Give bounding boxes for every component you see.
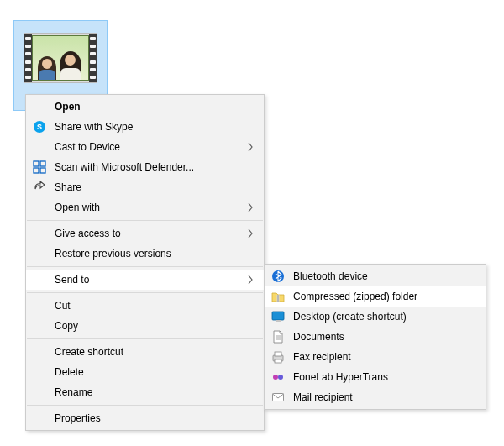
menu-delete[interactable]: Delete xyxy=(26,362,264,382)
svg-point-18 xyxy=(278,375,283,380)
menu-label: Restore previous versions xyxy=(55,248,239,260)
submenu-documents[interactable]: Documents xyxy=(265,327,486,347)
submenu-bluetooth[interactable]: Bluetooth device xyxy=(265,266,486,286)
menu-copy[interactable]: Copy xyxy=(26,316,264,336)
video-file-icon xyxy=(24,33,97,83)
documents-icon xyxy=(271,330,285,344)
chevron-right-icon xyxy=(247,202,254,213)
menu-share[interactable]: Share xyxy=(26,177,264,197)
svg-rect-2 xyxy=(34,161,39,166)
menu-cast-device[interactable]: Cast to Device xyxy=(26,137,264,157)
menu-restore-versions[interactable]: Restore previous versions xyxy=(26,244,264,264)
menu-label: Fax recipient xyxy=(293,351,460,363)
svg-text:S: S xyxy=(37,123,42,131)
menu-label: Cast to Device xyxy=(55,141,239,153)
menu-share-skype[interactable]: S Share with Skype xyxy=(26,117,264,137)
chevron-right-icon xyxy=(247,275,254,285)
menu-separator xyxy=(27,338,263,339)
menu-label: Mail recipient xyxy=(293,391,460,403)
menu-label: FoneLab HyperTrans xyxy=(293,371,460,383)
menu-label: Give access to xyxy=(55,228,239,239)
desktop-icon xyxy=(271,310,285,323)
svg-rect-5 xyxy=(40,168,45,173)
menu-send-to[interactable]: Send to xyxy=(26,270,264,290)
share-icon xyxy=(33,181,46,194)
menu-label: Cut xyxy=(55,300,239,312)
menu-label: Compressed (zipped) folder xyxy=(293,291,460,302)
menu-rename[interactable]: Rename xyxy=(26,382,264,402)
svg-rect-15 xyxy=(275,352,281,356)
context-menu: Open S Share with Skype Cast to Device S… xyxy=(25,94,265,431)
menu-create-shortcut[interactable]: Create shortcut xyxy=(26,342,264,362)
chevron-right-icon xyxy=(247,228,254,239)
skype-icon: S xyxy=(33,120,46,134)
menu-separator xyxy=(27,292,263,293)
menu-open[interactable]: Open xyxy=(26,97,264,117)
svg-rect-19 xyxy=(273,394,284,401)
menu-label: Documents xyxy=(293,331,460,343)
menu-label: Share xyxy=(55,181,239,193)
menu-label: Delete xyxy=(55,366,239,378)
menu-label: Scan with Microsoft Defender... xyxy=(55,161,239,173)
submenu-fax[interactable]: Fax recipient xyxy=(265,347,486,367)
svg-rect-4 xyxy=(34,168,39,173)
menu-separator xyxy=(27,266,263,267)
menu-give-access[interactable]: Give access to xyxy=(26,223,264,244)
menu-label: Open with xyxy=(55,202,239,213)
defender-icon xyxy=(33,160,46,174)
svg-point-17 xyxy=(273,375,278,380)
send-to-submenu: Bluetooth device Compressed (zipped) fol… xyxy=(264,264,486,410)
menu-label: Rename xyxy=(55,386,239,398)
menu-label: Create shortcut xyxy=(55,346,239,358)
menu-label: Desktop (create shortcut) xyxy=(293,311,460,323)
bluetooth-icon xyxy=(271,270,285,283)
submenu-compressed-zip[interactable]: Compressed (zipped) folder xyxy=(265,286,486,307)
menu-properties[interactable]: Properties xyxy=(26,408,264,428)
menu-open-with[interactable]: Open with xyxy=(26,197,264,218)
svg-rect-10 xyxy=(276,320,281,322)
menu-label: Share with Skype xyxy=(55,121,239,133)
svg-rect-16 xyxy=(275,359,281,363)
submenu-desktop-shortcut[interactable]: Desktop (create shortcut) xyxy=(265,307,486,327)
menu-label: Properties xyxy=(55,412,239,424)
menu-separator xyxy=(27,405,263,406)
menu-label: Send to xyxy=(55,274,239,286)
menu-cut[interactable]: Cut xyxy=(26,296,264,316)
video-thumbnail xyxy=(32,35,89,81)
menu-defender-scan[interactable]: Scan with Microsoft Defender... xyxy=(26,157,264,177)
menu-label: Open xyxy=(55,101,239,113)
menu-separator xyxy=(27,220,263,221)
menu-label: Copy xyxy=(55,320,239,332)
fax-icon xyxy=(271,350,285,364)
submenu-mail[interactable]: Mail recipient xyxy=(265,387,486,407)
zip-icon xyxy=(271,290,285,303)
chevron-right-icon xyxy=(247,142,254,152)
submenu-hypertrans[interactable]: FoneLab HyperTrans xyxy=(265,367,486,387)
svg-rect-3 xyxy=(40,161,45,166)
svg-rect-9 xyxy=(272,312,284,320)
hypertrans-icon xyxy=(271,370,285,384)
menu-label: Bluetooth device xyxy=(293,270,460,282)
mail-icon xyxy=(271,391,285,404)
